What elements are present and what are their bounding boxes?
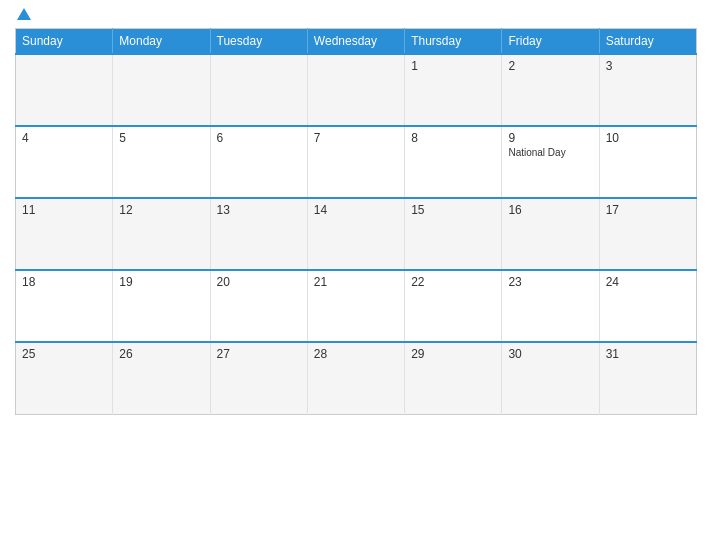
day-number: 1 <box>411 59 495 73</box>
calendar-cell: 5 <box>113 126 210 198</box>
day-number: 11 <box>22 203 106 217</box>
calendar-cell: 18 <box>16 270 113 342</box>
calendar-cell: 24 <box>599 270 696 342</box>
calendar-cell: 6 <box>210 126 307 198</box>
calendar-cell: 14 <box>307 198 404 270</box>
day-number: 8 <box>411 131 495 145</box>
day-number: 9 <box>508 131 592 145</box>
calendar-cell: 28 <box>307 342 404 414</box>
day-number: 7 <box>314 131 398 145</box>
calendar-cell: 25 <box>16 342 113 414</box>
day-number: 17 <box>606 203 690 217</box>
day-number: 10 <box>606 131 690 145</box>
calendar-cell: 4 <box>16 126 113 198</box>
day-number: 24 <box>606 275 690 289</box>
calendar-cell: 22 <box>405 270 502 342</box>
holiday-name: National Day <box>508 147 592 158</box>
day-header-thursday: Thursday <box>405 29 502 55</box>
calendar-cell: 26 <box>113 342 210 414</box>
day-number: 21 <box>314 275 398 289</box>
day-number: 26 <box>119 347 203 361</box>
day-number: 29 <box>411 347 495 361</box>
day-number: 15 <box>411 203 495 217</box>
calendar-cell: 30 <box>502 342 599 414</box>
calendar-cell: 29 <box>405 342 502 414</box>
day-header-monday: Monday <box>113 29 210 55</box>
day-number: 25 <box>22 347 106 361</box>
calendar-cell: 13 <box>210 198 307 270</box>
calendar-cell: 23 <box>502 270 599 342</box>
calendar-week-row: 18192021222324 <box>16 270 697 342</box>
day-header-wednesday: Wednesday <box>307 29 404 55</box>
calendar-container: SundayMondayTuesdayWednesdayThursdayFrid… <box>0 0 712 550</box>
calendar-cell: 31 <box>599 342 696 414</box>
calendar-cell: 19 <box>113 270 210 342</box>
calendar-cell: 27 <box>210 342 307 414</box>
logo-triangle-icon <box>17 8 31 20</box>
calendar-cell: 3 <box>599 54 696 126</box>
calendar-cell: 16 <box>502 198 599 270</box>
calendar-week-row: 123 <box>16 54 697 126</box>
day-number: 22 <box>411 275 495 289</box>
calendar-cell <box>307 54 404 126</box>
calendar-cell: 7 <box>307 126 404 198</box>
day-number: 31 <box>606 347 690 361</box>
calendar-cell: 10 <box>599 126 696 198</box>
day-number: 30 <box>508 347 592 361</box>
calendar-cell: 20 <box>210 270 307 342</box>
days-header-row: SundayMondayTuesdayWednesdayThursdayFrid… <box>16 29 697 55</box>
day-number: 23 <box>508 275 592 289</box>
day-number: 16 <box>508 203 592 217</box>
calendar-cell: 9National Day <box>502 126 599 198</box>
day-number: 12 <box>119 203 203 217</box>
day-number: 5 <box>119 131 203 145</box>
day-number: 20 <box>217 275 301 289</box>
day-number: 18 <box>22 275 106 289</box>
day-number: 27 <box>217 347 301 361</box>
day-number: 2 <box>508 59 592 73</box>
calendar-cell <box>16 54 113 126</box>
calendar-body: 123456789National Day1011121314151617181… <box>16 54 697 414</box>
calendar-cell: 11 <box>16 198 113 270</box>
day-header-saturday: Saturday <box>599 29 696 55</box>
day-number: 6 <box>217 131 301 145</box>
day-header-friday: Friday <box>502 29 599 55</box>
calendar-week-row: 25262728293031 <box>16 342 697 414</box>
day-number: 19 <box>119 275 203 289</box>
calendar-week-row: 456789National Day10 <box>16 126 697 198</box>
calendar-cell: 15 <box>405 198 502 270</box>
calendar-cell: 8 <box>405 126 502 198</box>
calendar-cell: 2 <box>502 54 599 126</box>
day-header-sunday: Sunday <box>16 29 113 55</box>
day-number: 4 <box>22 131 106 145</box>
calendar-table: SundayMondayTuesdayWednesdayThursdayFrid… <box>15 28 697 415</box>
calendar-cell: 1 <box>405 54 502 126</box>
calendar-cell: 21 <box>307 270 404 342</box>
day-number: 13 <box>217 203 301 217</box>
day-number: 28 <box>314 347 398 361</box>
day-number: 3 <box>606 59 690 73</box>
calendar-cell <box>113 54 210 126</box>
calendar-cell: 17 <box>599 198 696 270</box>
calendar-header <box>15 10 697 20</box>
calendar-week-row: 11121314151617 <box>16 198 697 270</box>
calendar-cell: 12 <box>113 198 210 270</box>
day-header-tuesday: Tuesday <box>210 29 307 55</box>
day-number: 14 <box>314 203 398 217</box>
logo <box>15 10 31 20</box>
calendar-cell <box>210 54 307 126</box>
